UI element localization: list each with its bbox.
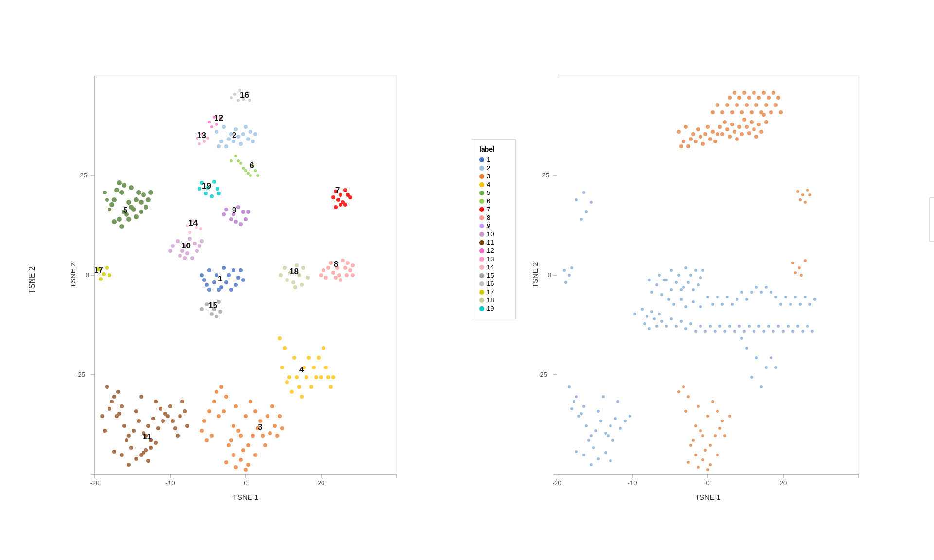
svg-point-409 <box>747 96 751 100</box>
svg-point-30 <box>146 424 150 428</box>
svg-point-76 <box>229 438 233 442</box>
svg-point-442 <box>687 461 690 464</box>
svg-point-399 <box>754 103 758 107</box>
svg-point-440 <box>706 468 709 471</box>
svg-point-195 <box>246 137 250 141</box>
svg-point-143 <box>136 190 141 195</box>
svg-text:1: 1 <box>218 274 222 283</box>
left-y-axis-label: TSNE 2 <box>28 266 36 294</box>
svg-point-130 <box>326 375 330 379</box>
svg-point-158 <box>108 208 111 211</box>
svg-point-467 <box>670 288 673 291</box>
svg-point-510 <box>575 395 578 398</box>
svg-point-230 <box>326 266 330 270</box>
svg-point-198 <box>253 132 257 136</box>
svg-point-361 <box>701 142 705 146</box>
svg-point-203 <box>249 174 252 177</box>
svg-point-66 <box>139 453 143 457</box>
svg-point-325 <box>204 192 208 195</box>
svg-point-173 <box>224 280 228 284</box>
right-tsne-svg: -20 -10 0 20 0 25 -25 <box>528 66 893 504</box>
svg-point-362 <box>686 144 690 148</box>
svg-point-535 <box>641 308 644 311</box>
svg-point-185 <box>219 140 223 143</box>
svg-point-550 <box>694 330 697 332</box>
svg-point-566 <box>772 330 775 332</box>
svg-point-542 <box>655 325 658 328</box>
svg-point-548 <box>684 327 687 330</box>
svg-point-405 <box>728 96 732 100</box>
svg-point-527 <box>616 400 619 403</box>
svg-point-502 <box>808 303 811 306</box>
svg-point-417 <box>697 405 700 408</box>
svg-point-246 <box>234 220 238 224</box>
svg-point-150 <box>112 219 117 224</box>
svg-point-401 <box>764 103 768 107</box>
svg-point-487 <box>736 298 738 301</box>
svg-point-121 <box>314 375 318 379</box>
svg-point-138 <box>117 217 122 222</box>
svg-point-365 <box>706 125 710 129</box>
svg-point-495 <box>774 296 777 298</box>
svg-point-374 <box>728 135 732 139</box>
svg-point-291 <box>218 310 222 314</box>
svg-point-228 <box>337 273 341 277</box>
svg-point-285 <box>199 228 202 230</box>
svg-point-547 <box>680 320 683 323</box>
svg-text:-25: -25 <box>538 371 547 378</box>
svg-point-410 <box>752 91 756 95</box>
svg-point-114 <box>297 385 301 389</box>
svg-point-373 <box>725 127 729 131</box>
svg-point-423 <box>716 410 719 413</box>
svg-text:4: 4 <box>299 365 304 374</box>
svg-point-491 <box>755 286 758 289</box>
svg-point-519 <box>597 410 600 413</box>
svg-point-231 <box>346 261 350 265</box>
svg-point-583 <box>563 269 566 272</box>
svg-point-570 <box>791 330 794 332</box>
svg-point-436 <box>694 454 697 456</box>
svg-point-565 <box>767 325 770 328</box>
svg-point-26 <box>112 395 116 399</box>
svg-point-532 <box>609 459 612 462</box>
svg-text:-25: -25 <box>76 371 85 378</box>
svg-point-208 <box>254 169 257 172</box>
svg-text:16: 16 <box>240 90 249 100</box>
svg-point-232 <box>334 276 338 280</box>
svg-point-433 <box>689 444 692 447</box>
svg-point-576 <box>755 356 758 359</box>
svg-point-494 <box>770 291 772 294</box>
svg-point-577 <box>765 366 768 369</box>
svg-point-380 <box>742 118 746 122</box>
svg-point-591 <box>580 218 583 221</box>
svg-point-386 <box>757 122 761 126</box>
svg-point-276 <box>203 140 206 143</box>
svg-point-450 <box>798 266 801 269</box>
svg-point-372 <box>723 120 727 124</box>
svg-point-438 <box>709 463 712 466</box>
svg-text:18: 18 <box>289 267 299 276</box>
svg-point-394 <box>730 110 734 114</box>
svg-point-306 <box>105 266 109 270</box>
svg-point-55 <box>168 404 172 408</box>
svg-point-369 <box>716 132 719 136</box>
svg-point-260 <box>195 249 199 253</box>
svg-point-585 <box>570 266 573 269</box>
svg-point-220 <box>339 203 342 207</box>
svg-point-563 <box>757 325 760 328</box>
svg-point-522 <box>619 427 622 430</box>
svg-point-221 <box>343 203 347 207</box>
svg-point-578 <box>750 376 753 379</box>
svg-point-571 <box>796 325 799 328</box>
left-chart-panel: TSNE 2 <box>10 13 462 547</box>
svg-point-449 <box>791 262 794 264</box>
svg-point-572 <box>801 330 804 332</box>
svg-point-255 <box>188 237 192 241</box>
svg-point-541 <box>648 327 651 330</box>
svg-point-152 <box>144 205 148 210</box>
svg-point-242 <box>224 208 228 211</box>
svg-point-261 <box>183 256 187 260</box>
svg-point-190 <box>239 142 243 146</box>
svg-point-186 <box>227 137 231 141</box>
svg-point-470 <box>655 283 658 286</box>
